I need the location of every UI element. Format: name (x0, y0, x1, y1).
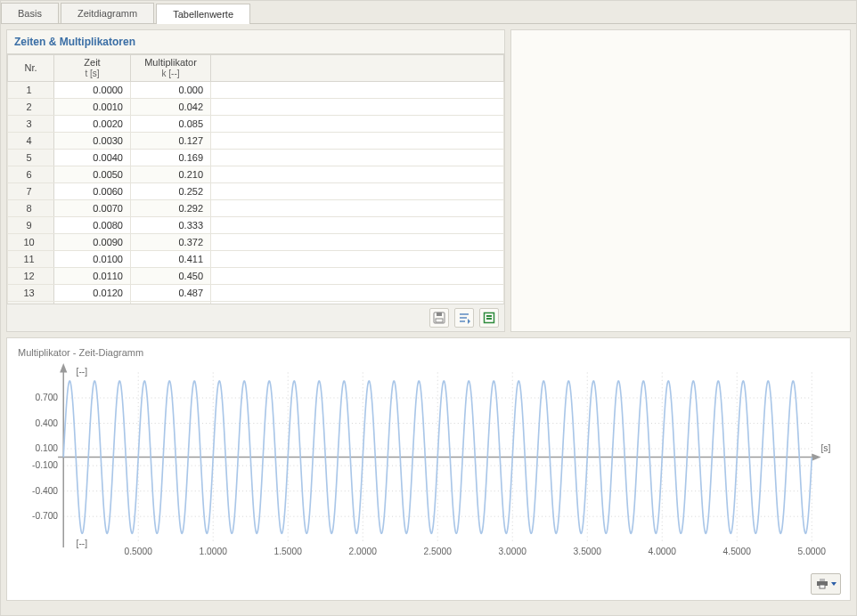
col-header-k-sub: k [--] (135, 69, 207, 79)
svg-marker-43 (60, 363, 67, 372)
table-row[interactable]: 30.00200.085 (8, 116, 504, 133)
table-row[interactable]: 70.00600.252 (8, 183, 504, 200)
cell-k[interactable]: 0.411 (131, 251, 211, 268)
table-row[interactable]: 60.00500.210 (8, 166, 504, 183)
table-row[interactable]: 40.00300.127 (8, 133, 504, 150)
col-header-nr[interactable]: Nr. (8, 55, 54, 82)
table-panel: Zeiten & Multiplikatoren Nr. Zeit (6, 29, 505, 332)
row-number: 8 (8, 200, 54, 217)
svg-text:[s]: [s] (821, 443, 831, 453)
cell-spacer (211, 200, 504, 217)
svg-text:3.5000: 3.5000 (574, 547, 602, 556)
cell-spacer (211, 116, 504, 133)
table-row[interactable]: 110.01000.411 (8, 251, 504, 268)
table-row[interactable]: 90.00800.333 (8, 217, 504, 234)
svg-rect-51 (820, 585, 825, 588)
cell-zeit[interactable]: 0.0050 (54, 166, 131, 183)
tab-strip: Basis Zeitdiagramm Tabellenwerte (1, 1, 856, 24)
cell-k[interactable]: 0.372 (131, 234, 211, 251)
table-row[interactable]: 20.00100.042 (8, 99, 504, 116)
cell-k[interactable]: 0.210 (131, 166, 211, 183)
svg-text:4.5000: 4.5000 (723, 547, 752, 556)
row-number: 6 (8, 166, 54, 183)
cell-zeit[interactable]: 0.0060 (54, 183, 131, 200)
cell-zeit[interactable]: 0.0110 (54, 268, 131, 285)
cell-k[interactable]: 0.127 (131, 133, 211, 150)
sort-icon (458, 312, 470, 324)
cell-spacer (211, 82, 504, 99)
cell-zeit[interactable]: 0.0070 (54, 200, 131, 217)
col-header-zeit-sub: t [s] (58, 69, 127, 79)
cell-zeit[interactable]: 0.0090 (54, 234, 131, 251)
svg-marker-45 (812, 453, 820, 460)
table-row[interactable]: 80.00700.292 (8, 200, 504, 217)
table-row[interactable]: 120.01100.450 (8, 268, 504, 285)
row-number: 3 (8, 116, 54, 133)
table-toolbar (7, 304, 504, 331)
cell-k[interactable]: 0.292 (131, 200, 211, 217)
cell-k[interactable]: 0.000 (131, 82, 211, 99)
cell-spacer (211, 166, 504, 183)
svg-text:-0.400: -0.400 (32, 486, 58, 496)
save-button[interactable] (429, 308, 449, 328)
svg-text:0.400: 0.400 (35, 418, 58, 428)
table-row[interactable]: 100.00900.372 (8, 234, 504, 251)
cell-zeit[interactable]: 0.0030 (54, 133, 131, 150)
app-root: Basis Zeitdiagramm Tabellenwerte Zeiten … (0, 0, 857, 616)
svg-text:3.0000: 3.0000 (499, 547, 527, 556)
cell-spacer (211, 251, 504, 268)
table-row[interactable]: 130.01200.487 (8, 285, 504, 302)
svg-text:[--]: [--] (77, 539, 88, 548)
table-row[interactable]: 50.00400.169 (8, 150, 504, 166)
save-icon (433, 312, 445, 324)
svg-text:4.0000: 4.0000 (649, 547, 677, 556)
chevron-down-icon (831, 582, 837, 586)
svg-rect-1 (437, 312, 442, 316)
tab-basis[interactable]: Basis (1, 3, 59, 23)
svg-text:0.700: 0.700 (35, 393, 58, 402)
col-header-zeit-label: Zeit (58, 57, 127, 69)
cell-zeit[interactable]: 0.0100 (54, 251, 131, 268)
cell-spacer (211, 217, 504, 234)
col-header-k[interactable]: Multiplikator k [--] (131, 55, 211, 82)
tab-zeitdiagramm[interactable]: Zeitdiagramm (61, 3, 154, 23)
cell-zeit[interactable]: 0.0000 (54, 82, 131, 99)
row-number: 5 (8, 150, 54, 166)
cell-k[interactable]: 0.085 (131, 116, 211, 133)
print-button[interactable] (811, 573, 841, 595)
row-number: 10 (8, 234, 54, 251)
svg-text:1.5000: 1.5000 (274, 547, 303, 556)
tab-tabellenwerte[interactable]: Tabellenwerte (156, 4, 250, 24)
chart-canvas: 0.7000.4000.100-0.100-0.400-0.7000.50001… (18, 363, 839, 568)
side-panel (510, 29, 851, 332)
cell-zeit[interactable]: 0.0120 (54, 285, 131, 302)
svg-rect-2 (436, 319, 443, 322)
cell-k[interactable]: 0.042 (131, 99, 211, 116)
row-number: 2 (8, 99, 54, 116)
table-panel-title: Zeiten & Multiplikatoren (7, 30, 504, 53)
export-button[interactable] (479, 308, 499, 328)
upper-split: Zeiten & Multiplikatoren Nr. Zeit (1, 24, 856, 337)
cell-zeit[interactable]: 0.0080 (54, 217, 131, 234)
cell-zeit[interactable]: 0.0040 (54, 150, 131, 166)
cell-k[interactable]: 0.252 (131, 183, 211, 200)
svg-text:-0.100: -0.100 (32, 460, 58, 470)
cell-k[interactable]: 0.450 (131, 268, 211, 285)
svg-text:1.0000: 1.0000 (200, 547, 228, 556)
cell-k[interactable]: 0.333 (131, 217, 211, 234)
table-scroll[interactable]: Nr. Zeit t [s] Multiplikator k [--] (7, 53, 504, 304)
row-number: 9 (8, 217, 54, 234)
svg-rect-8 (486, 315, 492, 317)
col-header-spacer (211, 55, 504, 82)
cell-k[interactable]: 0.487 (131, 285, 211, 302)
col-header-zeit[interactable]: Zeit t [s] (54, 55, 131, 82)
chart-title: Multiplikator - Zeit-Diagramm (18, 347, 839, 358)
cell-spacer (211, 268, 504, 285)
svg-marker-6 (468, 319, 470, 324)
table-row[interactable]: 10.00000.000 (8, 82, 504, 99)
cell-k[interactable]: 0.169 (131, 150, 211, 166)
cell-zeit[interactable]: 0.0010 (54, 99, 131, 116)
sort-button[interactable] (454, 308, 474, 328)
cell-zeit[interactable]: 0.0020 (54, 116, 131, 133)
cell-spacer (211, 234, 504, 251)
